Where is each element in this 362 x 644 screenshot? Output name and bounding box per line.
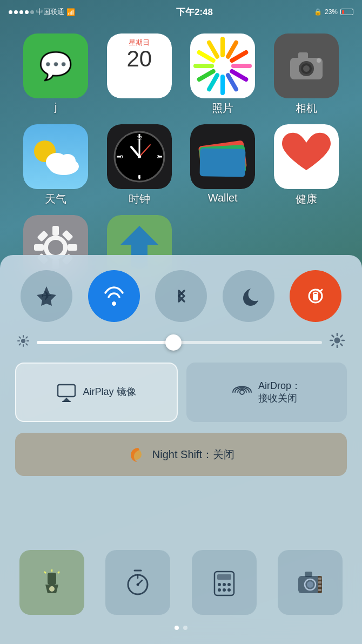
page-dot-1[interactable] [175, 626, 179, 630]
camera-label: 相机 [296, 101, 317, 116]
airplane-icon: ✈ [35, 284, 58, 308]
svg-point-80 [240, 390, 244, 394]
svg-text:✈: ✈ [41, 289, 52, 303]
svg-line-73 [332, 336, 334, 337]
airdrop-icon [232, 383, 252, 402]
bluetooth-icon [169, 284, 193, 308]
svg-rect-104 [305, 572, 312, 577]
svg-line-66 [26, 337, 27, 338]
tools-row [15, 550, 347, 615]
timer-icon [124, 568, 152, 596]
app-wallet[interactable]: Wallet [183, 124, 263, 206]
svg-rect-41 [200, 148, 246, 177]
camera-icon [274, 33, 339, 98]
svg-point-18 [317, 58, 321, 63]
svg-text:3: 3 [157, 154, 159, 159]
dot1 [9, 10, 12, 14]
app-messages[interactable]: 💬 j [16, 33, 96, 116]
messages-icon: 💬 [23, 33, 88, 98]
dot4 [25, 10, 29, 14]
airplay-icon [57, 383, 76, 402]
night-shift-label: Night Shift：关闭 [152, 447, 234, 462]
carrier-label: 中国联通 [36, 7, 64, 17]
do-not-disturb-btn[interactable] [223, 270, 274, 322]
brightness-track[interactable] [37, 341, 322, 344]
status-bar: 中国联通 📶 下午2:48 🔒 23% [0, 0, 362, 24]
night-shift-icon [128, 446, 145, 463]
svg-line-74 [341, 344, 343, 346]
svg-point-100 [227, 588, 231, 592]
svg-line-86 [44, 572, 46, 573]
svg-point-68 [334, 338, 340, 344]
dot3 [19, 10, 23, 14]
page-dots [15, 626, 347, 633]
flashlight-btn[interactable] [19, 550, 84, 615]
health-label: 健康 [296, 192, 317, 206]
app-health[interactable]: 健康 [267, 124, 346, 206]
moon-icon [237, 284, 260, 308]
health-icon [274, 124, 339, 189]
svg-line-75 [341, 336, 343, 337]
app-weather[interactable]: 天气 [16, 124, 96, 206]
clock-label: 时钟 [129, 192, 150, 206]
status-right: 🔒 23% [314, 8, 353, 16]
svg-text:6: 6 [138, 174, 140, 179]
svg-point-23 [59, 154, 76, 168]
svg-rect-106 [318, 578, 321, 580]
svg-rect-94 [217, 574, 231, 580]
messages-label: j [55, 101, 57, 113]
calculator-btn[interactable] [192, 550, 257, 615]
rotation-lock-icon [304, 284, 327, 308]
app-photos[interactable]: 照片 [183, 33, 263, 116]
svg-rect-49 [68, 244, 77, 251]
rotation-lock-btn[interactable] [290, 270, 341, 322]
flashlight-icon [38, 568, 66, 596]
bluetooth-btn[interactable] [155, 270, 207, 322]
app-camera[interactable]: 相机 [267, 33, 346, 116]
calculator-icon [210, 568, 238, 596]
control-center: ✈ [0, 255, 362, 644]
battery-percent: 23% [325, 8, 338, 16]
airdrop-btn[interactable]: AirDrop： 接收关闭 [186, 363, 347, 422]
svg-point-45 [48, 240, 63, 255]
svg-rect-108 [318, 585, 321, 587]
app-calendar[interactable]: 星期日 20 [100, 33, 179, 116]
feature-row: AirPlay 镜像 AirDrop： 接收关闭 [15, 363, 347, 422]
signal-dots [9, 10, 34, 14]
svg-rect-77 [58, 385, 75, 397]
photos-label: 照片 [212, 101, 233, 116]
wallet-icon [190, 124, 255, 189]
timer-btn[interactable] [105, 550, 170, 615]
brightness-fill [37, 341, 173, 344]
svg-text:9: 9 [120, 154, 123, 159]
svg-line-64 [19, 337, 21, 338]
svg-point-84 [49, 586, 55, 592]
brightness-max-icon [330, 333, 345, 352]
calendar-icon: 星期日 20 [107, 33, 172, 98]
page-dot-2[interactable] [183, 626, 187, 630]
brightness-thumb[interactable] [165, 334, 182, 351]
svg-line-65 [26, 344, 27, 345]
airplane-mode-btn[interactable]: ✈ [21, 270, 72, 322]
svg-line-76 [332, 344, 334, 346]
clock-icon: 12 3 6 9 [107, 124, 172, 189]
svg-point-16 [303, 65, 310, 72]
airplay-label: AirPlay 镜像 [83, 386, 136, 398]
sun-large-icon [330, 333, 345, 348]
airplay-btn[interactable]: AirPlay 镜像 [15, 363, 178, 422]
wifi-status-icon: 📶 [66, 8, 75, 16]
svg-rect-17 [298, 52, 308, 59]
svg-rect-82 [48, 573, 56, 585]
night-shift-btn[interactable]: Night Shift：关闭 [15, 433, 347, 476]
camera-tool-icon [296, 568, 324, 596]
weather-icon [23, 124, 88, 189]
svg-rect-46 [52, 226, 59, 236]
battery-icon [340, 9, 353, 15]
photos-icon [190, 33, 255, 98]
svg-point-99 [223, 588, 226, 592]
svg-rect-107 [318, 581, 321, 583]
app-clock[interactable]: 12 3 6 9 时钟 [100, 124, 179, 206]
wifi-btn[interactable] [88, 270, 140, 322]
camera-tool-btn[interactable] [278, 550, 343, 615]
svg-line-67 [19, 344, 21, 345]
